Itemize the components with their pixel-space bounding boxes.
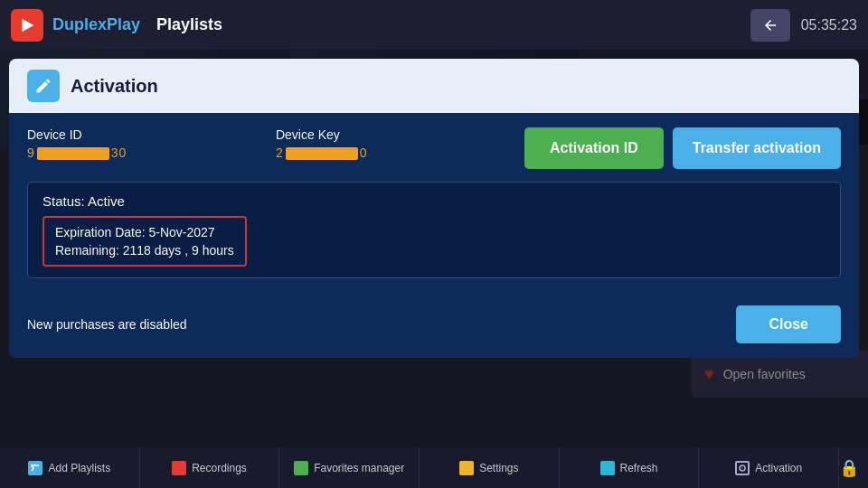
activation-nav-icon: i <box>735 461 750 475</box>
nav-favorites-manager[interactable]: Favorites manager <box>279 447 420 488</box>
device-key-label: Device Key <box>276 127 524 142</box>
refresh-label: Refresh <box>620 462 658 474</box>
modal-body: Device ID 930 Device Key 20 Activation I… <box>9 113 859 293</box>
activation-icon <box>27 70 60 102</box>
settings-label: Settings <box>479 462 518 474</box>
modal-footer: New purchases are disabled Close <box>9 293 859 358</box>
page-title: Playlists <box>156 15 222 34</box>
nav-activation[interactable]: i Activation <box>699 447 839 488</box>
device-id-label: Device ID <box>27 127 276 142</box>
nav-refresh[interactable]: Refresh <box>560 447 700 488</box>
device-key-col: Device Key 20 <box>276 127 524 160</box>
logo-icon <box>11 9 43 42</box>
status-box: Status: Active Expiration Date: 5-Nov-20… <box>27 182 841 278</box>
nav-add-playlists[interactable]: Add Playlists <box>0 447 140 488</box>
device-key-value: 20 <box>276 145 524 160</box>
purchases-disabled-label: New purchases are disabled <box>27 317 187 332</box>
device-id-suffix: 30 <box>111 145 127 160</box>
clock: 05:35:23 <box>801 17 857 33</box>
device-info-row: Device ID 930 Device Key 20 Activation I… <box>27 127 841 169</box>
expiry-date: Expiration Date: 5-Nov-2027 <box>55 225 234 239</box>
top-bar: DuplexPlay Playlists 05:35:23 <box>0 0 868 50</box>
svg-marker-0 <box>23 18 34 32</box>
bottom-nav: Add Playlists Recordings Favorites manag… <box>0 447 868 488</box>
recordings-icon <box>172 461 186 475</box>
status-active: Status: Active <box>42 193 826 209</box>
add-playlists-label: Add Playlists <box>48 462 110 474</box>
favorites-manager-icon <box>294 461 308 475</box>
nav-recordings[interactable]: Recordings <box>140 447 280 488</box>
nav-settings[interactable]: Settings <box>420 447 560 488</box>
modal-title: Activation <box>71 76 158 97</box>
lock-icon: 🔒 <box>839 458 859 478</box>
device-key-prefix: 2 <box>276 145 284 160</box>
add-playlists-icon <box>28 461 42 475</box>
close-button[interactable]: Close <box>736 305 841 343</box>
device-id-prefix: 9 <box>27 145 35 160</box>
expiry-box: Expiration Date: 5-Nov-2027 Remaining: 2… <box>42 216 247 267</box>
device-key-suffix: 0 <box>360 145 368 160</box>
activation-modal: Activation Device ID 930 Device Key 20 <box>9 59 859 358</box>
svg-text:i: i <box>741 465 742 471</box>
activation-nav-label: Activation <box>755 462 802 474</box>
app-name: DuplexPlay <box>52 15 140 34</box>
modal-header: Activation <box>9 59 859 113</box>
settings-icon <box>459 461 474 475</box>
action-buttons: Activation ID Transfer activation <box>524 127 841 169</box>
remaining-label: Remaining: 2118 days , 9 hours <box>55 243 234 258</box>
refresh-icon <box>600 461 615 475</box>
device-id-value: 930 <box>27 145 276 160</box>
recordings-label: Recordings <box>192 462 247 474</box>
top-bar-right: 05:35:23 <box>750 9 857 42</box>
activation-id-button[interactable]: Activation ID <box>524 127 664 169</box>
transfer-activation-button[interactable]: Transfer activation <box>673 127 841 169</box>
device-key-redacted <box>286 147 358 160</box>
back-button[interactable] <box>750 9 790 42</box>
modal-overlay: Activation Device ID 930 Device Key 20 <box>0 50 868 447</box>
favorites-manager-label: Favorites manager <box>314 462 404 474</box>
device-id-redacted <box>37 147 109 160</box>
device-id-col: Device ID 930 <box>27 127 276 160</box>
